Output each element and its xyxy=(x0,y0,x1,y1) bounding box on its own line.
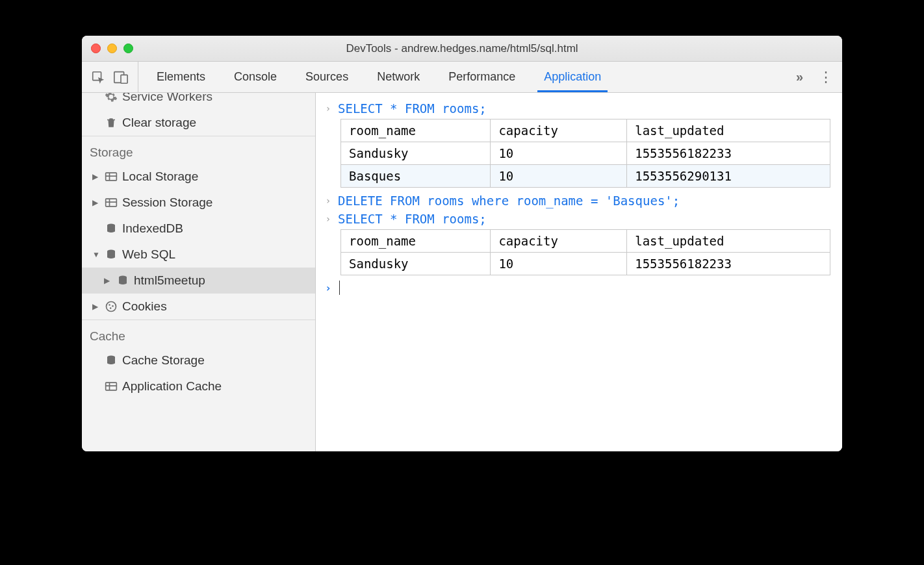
caret-right-icon: ▶ xyxy=(92,198,100,207)
console-row: › SELECT * FROM rooms; xyxy=(321,210,837,228)
table-cell: 1553556182233 xyxy=(627,253,830,275)
table-row: Sandusky 10 1553556182233 xyxy=(341,142,830,165)
table-header: capacity xyxy=(491,119,627,142)
table-header: last_updated xyxy=(627,230,830,253)
sql-statement: SELECT * FROM rooms; xyxy=(338,211,487,227)
svg-point-12 xyxy=(107,302,116,312)
websql-console[interactable]: › SELECT * FROM rooms; room_name capacit… xyxy=(316,93,842,451)
sidebar-item-cache-storage[interactable]: Cache Storage xyxy=(82,347,315,373)
tab-console[interactable]: Console xyxy=(220,62,291,92)
application-sidebar: Service Workers Clear storage Storage ▶ … xyxy=(82,93,316,451)
table-cell: 10 xyxy=(491,253,627,275)
table-header: last_updated xyxy=(627,119,830,142)
sidebar-label: IndexedDB xyxy=(122,221,183,236)
close-window-button[interactable] xyxy=(91,44,101,53)
sidebar-label: Local Storage xyxy=(122,170,198,184)
content-area: Service Workers Clear storage Storage ▶ … xyxy=(82,93,842,451)
window-titlebar: DevTools - andrew.hedges.name/html5/sql.… xyxy=(82,36,842,62)
console-input-row[interactable]: › xyxy=(321,279,837,297)
sidebar-label: Application Cache xyxy=(122,379,222,394)
prompt-caret-icon: › xyxy=(324,193,333,208)
table-row: Sandusky 10 1553556182233 xyxy=(341,253,830,275)
window-title: DevTools - andrew.hedges.name/html5/sql.… xyxy=(82,42,842,55)
sidebar-label: Cache Storage xyxy=(122,353,205,368)
tabbar-left-controls xyxy=(86,62,138,92)
sidebar-label: Clear storage xyxy=(122,116,196,130)
devtools-tabs: Elements Console Sources Network Perform… xyxy=(142,62,787,92)
console-row: › SELECT * FROM rooms; xyxy=(321,99,837,118)
database-icon xyxy=(116,274,130,287)
kebab-menu-icon[interactable]: ⋮ xyxy=(819,69,832,86)
tab-performance[interactable]: Performance xyxy=(434,62,530,92)
sidebar-item-clear-storage[interactable]: Clear storage xyxy=(82,110,315,136)
prompt-caret-icon: › xyxy=(324,211,333,227)
zoom-window-button[interactable] xyxy=(123,44,133,53)
table-header-row: room_name capacity last_updated xyxy=(341,119,830,142)
sidebar-item-web-sql[interactable]: ▼ Web SQL xyxy=(82,242,315,268)
svg-point-13 xyxy=(109,304,110,306)
table-cell: 1553556290131 xyxy=(627,165,830,188)
tabbar-right-controls: » ⋮ xyxy=(787,62,838,92)
sidebar-item-session-storage[interactable]: ▶ Session Storage xyxy=(82,190,315,216)
database-icon xyxy=(104,354,118,367)
table-header: room_name xyxy=(341,119,491,142)
svg-point-14 xyxy=(112,305,114,307)
table-icon xyxy=(104,381,118,392)
sidebar-item-web-sql-database[interactable]: ▶ html5meetup xyxy=(82,268,315,294)
table-row: Basques 10 1553556290131 xyxy=(341,165,830,188)
tab-sources[interactable]: Sources xyxy=(291,62,363,92)
svg-rect-2 xyxy=(121,75,127,83)
result-table: room_name capacity last_updated Sandusky… xyxy=(340,229,830,275)
sidebar-label: Service Workers xyxy=(122,93,212,104)
gear-icon xyxy=(104,93,118,103)
svg-point-15 xyxy=(110,307,112,309)
toggle-device-toolbar-icon[interactable] xyxy=(113,70,129,84)
prompt-caret-icon: › xyxy=(324,101,333,116)
more-tabs-icon[interactable]: » xyxy=(796,69,803,84)
table-cell: 10 xyxy=(491,165,627,188)
trash-icon xyxy=(104,116,118,129)
table-icon xyxy=(104,171,118,182)
tab-application[interactable]: Application xyxy=(530,62,615,92)
table-cell: 10 xyxy=(491,142,627,165)
sql-statement: DELETE FROM rooms where room_name = 'Bas… xyxy=(338,193,680,208)
result-table: room_name capacity last_updated Sandusky… xyxy=(340,119,830,188)
table-header: room_name xyxy=(341,230,491,253)
table-icon xyxy=(104,197,118,208)
traffic-lights xyxy=(91,44,133,53)
cookie-icon xyxy=(104,300,118,313)
caret-right-icon: ▶ xyxy=(92,172,100,181)
table-cell: Basques xyxy=(341,165,491,188)
console-row: › DELETE FROM rooms where room_name = 'B… xyxy=(321,192,837,210)
sidebar-label: Cookies xyxy=(122,299,167,314)
sidebar-label: Session Storage xyxy=(122,195,212,210)
tab-elements[interactable]: Elements xyxy=(142,62,220,92)
sql-statement: SELECT * FROM rooms; xyxy=(338,101,487,116)
table-header: capacity xyxy=(491,230,627,253)
database-icon xyxy=(104,222,118,235)
sidebar-item-indexeddb[interactable]: IndexedDB xyxy=(82,216,315,242)
table-header-row: room_name capacity last_updated xyxy=(341,230,830,253)
console-input-cursor[interactable] xyxy=(338,281,340,295)
caret-right-icon: ▶ xyxy=(92,302,100,311)
sidebar-item-service-workers[interactable]: Service Workers xyxy=(82,93,315,110)
sidebar-item-cookies[interactable]: ▶ Cookies xyxy=(82,294,315,320)
devtools-window: DevTools - andrew.hedges.name/html5/sql.… xyxy=(82,36,842,451)
minimize-window-button[interactable] xyxy=(107,44,117,53)
sidebar-item-local-storage[interactable]: ▶ Local Storage xyxy=(82,164,315,190)
sidebar-label: html5meetup xyxy=(134,273,205,288)
active-prompt-caret-icon: › xyxy=(324,281,333,296)
caret-down-icon: ▼ xyxy=(92,250,100,259)
devtools-tabbar: Elements Console Sources Network Perform… xyxy=(82,62,842,93)
inspect-element-icon[interactable] xyxy=(91,70,105,84)
caret-right-icon: ▶ xyxy=(104,276,112,285)
table-cell: Sandusky xyxy=(341,142,491,165)
table-cell: 1553556182233 xyxy=(627,142,830,165)
sidebar-label: Web SQL xyxy=(122,247,175,262)
database-icon xyxy=(104,248,118,261)
sidebar-item-application-cache[interactable]: Application Cache xyxy=(82,373,315,399)
sidebar-group-cache: Cache xyxy=(82,320,315,347)
table-cell: Sandusky xyxy=(341,253,491,275)
tab-network[interactable]: Network xyxy=(363,62,434,92)
sidebar-group-storage: Storage xyxy=(82,136,315,164)
